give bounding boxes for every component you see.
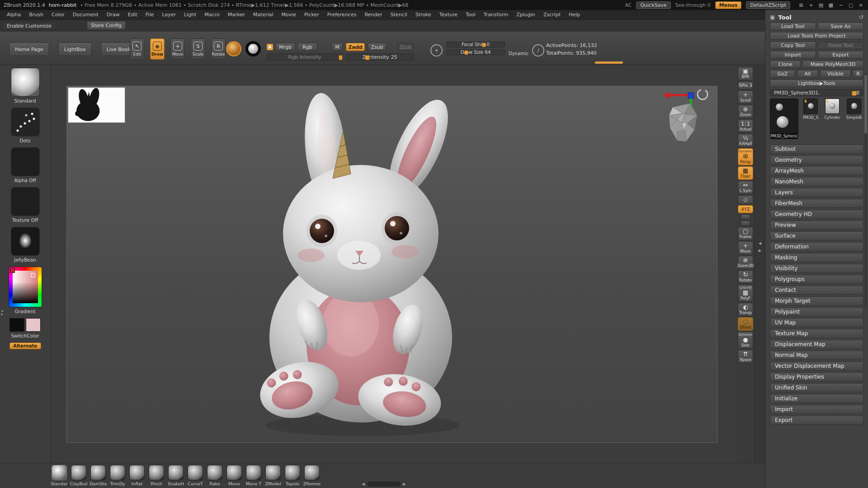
clone-button[interactable]: Clone	[770, 61, 801, 68]
tray-brush[interactable]: Pinch	[149, 465, 164, 488]
restore-icon[interactable]: ▢	[847, 2, 854, 9]
ghost-transparency-button[interactable]: ◌ Ghost	[738, 317, 753, 331]
dynamic-persp-button[interactable]: Dynamic ⊞ Persp	[738, 148, 753, 165]
recent-color-chip[interactable]	[10, 268, 15, 273]
enable-customize-button[interactable]: Enable Customize	[2, 22, 57, 30]
tool-section-header[interactable]: Morph Target	[770, 296, 863, 305]
rgb-intensity-slider[interactable]: Rgb Intensity	[267, 53, 343, 61]
actual-size-button[interactable]: 1:1 Actual	[738, 119, 753, 133]
shelf-scroll-indicator[interactable]	[595, 61, 623, 64]
make-polymesh3d-button[interactable]: Make PolyMesh3D	[802, 61, 863, 68]
tool-section-header[interactable]: Texture Map	[770, 329, 863, 338]
alternate-button[interactable]: Alternate	[9, 343, 41, 349]
z-intensity-slider[interactable]: Z Intensity 25	[346, 53, 414, 61]
lightbox-button[interactable]: LightBox	[58, 42, 92, 56]
tray-brush[interactable]: ZModel	[265, 465, 281, 488]
recent-tool-thumbnail[interactable]: 4	[825, 99, 840, 114]
menu-item[interactable]: Stroke	[411, 11, 435, 19]
auto-color-chip[interactable]: A	[267, 44, 273, 50]
recent-tool-thumbnail[interactable]: S	[847, 99, 861, 114]
save-as-button[interactable]: Save As	[818, 23, 864, 30]
screen-grid-icon[interactable]: ⊞	[797, 2, 805, 9]
menu-item[interactable]: Preferences	[323, 11, 361, 19]
tool-section-header[interactable]: Export	[770, 416, 863, 425]
panel-left-icon[interactable]: ▤	[817, 2, 825, 9]
menu-item[interactable]: Stencil	[387, 11, 411, 19]
rotate-mode-button[interactable]: R Rotate	[211, 38, 226, 60]
store-config-button[interactable]: Store Config	[87, 21, 126, 30]
tray-right-arrow-icon[interactable]: ▶	[403, 482, 406, 486]
menu-item[interactable]: Document	[69, 11, 103, 19]
scale-mode-button[interactable]: S Scale	[191, 38, 205, 60]
tool-section-header[interactable]: Unified Skin	[770, 383, 863, 392]
menu-item[interactable]: Macro	[200, 11, 223, 19]
floor-grid-button[interactable]: ▦ Floor	[738, 166, 753, 180]
m-button[interactable]: M	[332, 43, 343, 51]
tool-section-header[interactable]: Masking	[770, 253, 863, 262]
edit-mode-button[interactable]: ↖ Edit	[130, 38, 144, 60]
tool-section-header[interactable]: FiberMesh	[770, 199, 863, 208]
menu-item[interactable]: Movie	[277, 11, 300, 19]
secondary-color-swatch[interactable]	[26, 318, 41, 332]
tray-scrollbar[interactable]: ◀ ▶	[362, 482, 406, 486]
palette-scroll-arrows[interactable]: ◀▶	[0, 309, 4, 315]
scrollbar-handle[interactable]	[864, 75, 867, 134]
current-material-thumbnail[interactable]	[226, 41, 241, 56]
goz-r-button[interactable]: R	[853, 70, 863, 78]
tool-section-header[interactable]: Subtool	[770, 145, 863, 154]
tray-brush[interactable]: Standar	[52, 465, 67, 488]
menu-item[interactable]: File	[142, 11, 158, 19]
tray-brush[interactable]: ClayBuil	[71, 465, 86, 488]
menu-item[interactable]: Marker	[224, 11, 249, 19]
menu-item[interactable]: Draw	[103, 11, 124, 19]
load-tool-button[interactable]: Load Tool	[770, 23, 816, 30]
xpose-button[interactable]: ⇈ Xpose	[738, 350, 753, 363]
panel-grid-icon[interactable]: ▦	[827, 2, 835, 9]
dock-panel-icon[interactable]: ▣	[770, 14, 775, 20]
tool-section-header[interactable]: NanoMesh	[770, 177, 863, 186]
tool-section-header[interactable]: Surface	[770, 231, 863, 240]
rgb-button[interactable]: Rgb	[297, 43, 317, 51]
polyframe-button[interactable]: Line Fill ▦ PolyF	[738, 285, 753, 302]
tool-section-header[interactable]: Vector Displacement Map	[770, 361, 863, 371]
tray-brush[interactable]: Move T	[246, 465, 261, 488]
zoom-canvas-button[interactable]: ⊕ Zoom	[738, 105, 753, 118]
mrgb-button[interactable]: Mrgb	[275, 43, 295, 51]
tray-brush[interactable]: SnakeH	[168, 465, 184, 488]
transparency-button[interactable]: ◐ Transp	[738, 303, 753, 316]
tool-section-header[interactable]: ArrayMesh	[770, 166, 863, 175]
recent-tool[interactable]: 4 Cylinder	[823, 99, 842, 140]
export-tool-button[interactable]: Export	[818, 51, 864, 59]
tray-brush[interactable]: CurveT	[188, 465, 203, 488]
tray-left-arrow-icon[interactable]: ◀	[362, 482, 365, 486]
tool-section-header[interactable]: Geometry	[770, 155, 863, 164]
panel-divider-scrollbar[interactable]: ◀ ▶	[754, 65, 765, 463]
tool-section-header[interactable]: Layers	[770, 188, 863, 197]
orientation-icon-button[interactable]: ·	[741, 221, 750, 226]
copy-tool-button[interactable]: Copy Tool	[770, 42, 816, 49]
brush-standard-thumbnail[interactable]	[11, 68, 40, 97]
divider-right-arrow-icon[interactable]: ▶	[755, 249, 765, 253]
menus-button[interactable]: Menus	[715, 1, 742, 9]
goz-visible-button[interactable]: Visible	[820, 70, 851, 78]
menu-item[interactable]: Material	[249, 11, 278, 19]
draw-mode-button[interactable]: ◉ Draw	[150, 38, 165, 60]
menu-item[interactable]: Edit	[124, 11, 142, 19]
frame-mesh-button[interactable]: ▢ Frame	[738, 227, 753, 240]
local-symmetry-button[interactable]: ↔ L.Sym	[738, 181, 753, 194]
menu-item[interactable]: Tool	[462, 11, 479, 19]
tray-brush[interactable]: TrimDy	[110, 465, 125, 488]
menu-item[interactable]: Texture	[435, 11, 462, 19]
alpha-off-thumbnail[interactable]	[11, 147, 40, 176]
tray-brush[interactable]: Rake	[207, 465, 222, 488]
solo-dynamic-button[interactable]: Dynamic ● Solo	[738, 332, 753, 349]
close-icon[interactable]: ×	[857, 2, 864, 9]
tool-section-header[interactable]: Visibility	[770, 264, 863, 273]
tray-brush[interactable]: Inflat	[129, 465, 145, 488]
zcut-button[interactable]: Zcut	[397, 43, 414, 51]
menu-item[interactable]: Color	[47, 11, 69, 19]
bpr-render-button[interactable]: ▣ BPR	[738, 67, 753, 80]
recent-tool[interactable]: S SimpleB	[844, 99, 863, 140]
panel-scrollbar[interactable]	[864, 73, 867, 308]
rotate-camera-button[interactable]: ↻ Rotate	[738, 270, 753, 284]
